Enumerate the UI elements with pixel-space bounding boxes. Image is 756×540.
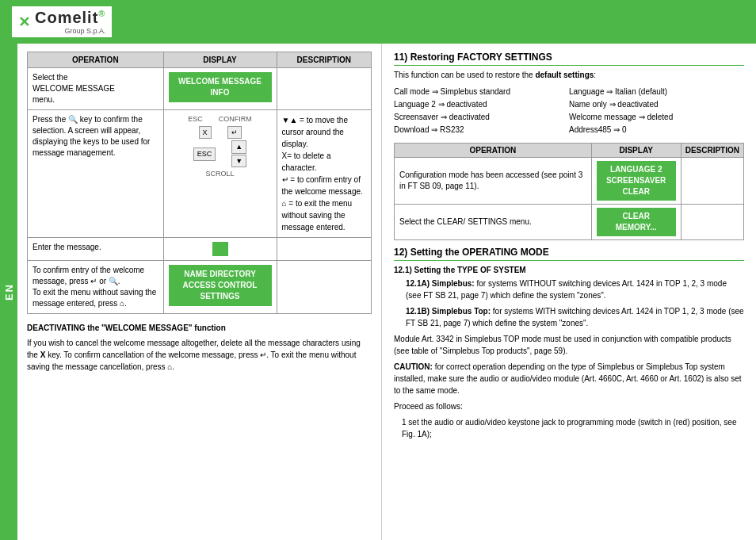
display-cell: WELCOME MESSAGEINFO: [163, 68, 277, 110]
module-text: Module Art. 3342 in Simplebus TOP mode m…: [394, 333, 744, 357]
key-row-bot: ESC ▲ ▼: [193, 140, 246, 167]
section12-title: 12) Setting the OPERATING MODE: [394, 247, 744, 261]
welcome-message-display: WELCOME MESSAGEINFO: [169, 72, 272, 102]
desc-cell: [277, 238, 371, 261]
factory-table: OPERATION DISPLAY DESCRIPTION Configurat…: [394, 143, 744, 240]
factory-item: Call mode ⇒ Simplebus standard: [394, 86, 569, 98]
table-row: Select the CLEAR/ SETTINGS menu. CLEARME…: [395, 205, 744, 240]
operation-table: OPERATION DISPLAY DESCRIPTION Select the…: [27, 52, 372, 314]
rt-col-operation: OPERATION: [395, 144, 592, 158]
language-label: EN: [3, 283, 15, 301]
col-display: DISPLAY: [163, 52, 277, 68]
table-row: Select theWELCOME MESSAGEmenu. WELCOME M…: [28, 68, 372, 110]
section12-1a-title: 12.1A) Simplebus:: [406, 279, 475, 288]
key-diagram: ESC CONFIRM X ↵ ESC ▲: [169, 114, 272, 179]
step1-text: 1 set the audio or audio/video keystone …: [402, 416, 744, 440]
page-layout: EN OPERATION DISPLAY DESCRIPTION Select …: [0, 44, 756, 540]
left-panel: OPERATION DISPLAY DESCRIPTION Select the…: [17, 44, 382, 540]
name-directory-display: NAME DIRECTORYACCESS CONTROLSETTINGS: [169, 265, 272, 306]
logo-text: Comelit® Group S.p.A.: [35, 9, 105, 35]
enter-key: ↵: [227, 126, 242, 140]
op-cell: Enter the message.: [28, 238, 164, 261]
clear-memory-display: CLEARMEMORY...: [597, 208, 676, 236]
brand-name: Comelit®: [35, 9, 105, 27]
down-key: ▼: [231, 155, 246, 168]
esc-label-top: ESC: [188, 114, 203, 124]
confirm-label: CONFIRM: [219, 114, 252, 124]
desc-cell: [277, 68, 371, 110]
factory-item: Address485 ⇒ 0: [569, 124, 744, 136]
right-panel: 11) Restoring FACTORY SETTINGS This func…: [382, 44, 756, 540]
factory-item: Language 2 ⇒ deactivated: [394, 98, 569, 111]
display-cell: ESC CONFIRM X ↵ ESC ▲: [163, 110, 277, 238]
section11-title: 11) Restoring FACTORY SETTINGS: [394, 52, 744, 66]
op-cell: To confirm entry of the welcome message,…: [28, 261, 164, 314]
logo-box: ✕ Comelit® Group S.p.A.: [12, 6, 112, 37]
esc-key: ESC: [193, 147, 216, 161]
section12-1a: 12.1A) Simplebus: for systems WITHOUT sw…: [406, 278, 744, 301]
proceed-text: Proceed as follows:: [394, 400, 744, 412]
deactivating-title: DEACTIVATING the "WELCOME MESSAGE" funct…: [27, 322, 372, 334]
deactivating-section: DEACTIVATING the "WELCOME MESSAGE" funct…: [27, 322, 372, 373]
section12-1-title: 12.1) Setting the TYPE OF SYSTEM: [394, 264, 744, 276]
caution-text: for correct operation depending on the t…: [394, 362, 742, 395]
col-operation: OPERATION: [28, 52, 164, 68]
key-row-mid: X ↵: [199, 126, 242, 140]
main-content: OPERATION DISPLAY DESCRIPTION Select the…: [17, 44, 756, 540]
desc-cell: [277, 261, 371, 314]
rt-display-cell: LANGUAGE 2SCREENSAVERCLEAR: [591, 158, 681, 205]
factory-item: Language ⇒ Italian (default): [569, 86, 744, 98]
col-description: DESCRIPTION: [277, 52, 371, 68]
display-cell: NAME DIRECTORYACCESS CONTROLSETTINGS: [163, 261, 277, 314]
section12-1b-title: 12.1B) Simplebus Top:: [406, 307, 491, 316]
op-cell: Select theWELCOME MESSAGEmenu.: [28, 68, 164, 110]
desc-cell: ▼▲ = to move the cursor around the displ…: [277, 110, 371, 238]
section12-1b: 12.1B) Simplebus Top: for systems WITH s…: [406, 305, 744, 329]
cursor-display: [212, 242, 228, 256]
factory-intro: This function can be used to restore the…: [394, 69, 744, 81]
rt-op-cell: Configuration mode has been accessed (se…: [395, 158, 592, 205]
factory-item: Welcome message ⇒ deleted: [569, 111, 744, 124]
brand-group: Group S.p.A.: [35, 27, 105, 35]
rt-col-description: DESCRIPTION: [681, 144, 743, 158]
x-key: X: [199, 126, 212, 140]
rt-desc-cell: [681, 205, 743, 240]
key-row-top: ESC CONFIRM: [188, 114, 252, 124]
table-row: To confirm entry of the welcome message,…: [28, 261, 372, 314]
header: ✕ Comelit® Group S.p.A.: [0, 0, 756, 44]
rt-op-cell: Select the CLEAR/ SETTINGS menu.: [395, 205, 592, 240]
table-row: Press the 🔍 key to confirm the selection…: [28, 110, 372, 238]
table-row: Configuration mode has been accessed (se…: [395, 158, 744, 205]
factory-item: Download ⇒ RS232: [394, 124, 569, 136]
comelit-x-icon: ✕: [18, 13, 30, 31]
rt-display-cell: CLEARMEMORY...: [591, 205, 681, 240]
language-sidebar: EN: [0, 44, 17, 540]
rt-col-display: DISPLAY: [591, 144, 681, 158]
display-cell: [163, 238, 277, 261]
language2-display: LANGUAGE 2SCREENSAVERCLEAR: [597, 161, 676, 201]
scroll-label: SCROLL: [206, 169, 235, 179]
section12-1: 12.1) Setting the TYPE OF SYSTEM 12.1A) …: [394, 264, 744, 440]
deactivating-text: If you wish to cancel the welcome messag…: [27, 337, 372, 373]
caution-label: CAUTION:: [394, 362, 433, 371]
rt-desc-cell: [681, 158, 743, 205]
up-key: ▲: [231, 140, 246, 154]
caution-block: CAUTION: for correct operation depending…: [394, 361, 744, 396]
op-cell: Press the 🔍 key to confirm the selection…: [28, 110, 164, 238]
factory-item: Screensaver ⇒ deactivated: [394, 111, 569, 124]
table-row: Enter the message.: [28, 238, 372, 261]
factory-grid: Call mode ⇒ Simplebus standard Language …: [394, 86, 744, 136]
factory-item: Name only ⇒ deactivated: [569, 98, 744, 111]
